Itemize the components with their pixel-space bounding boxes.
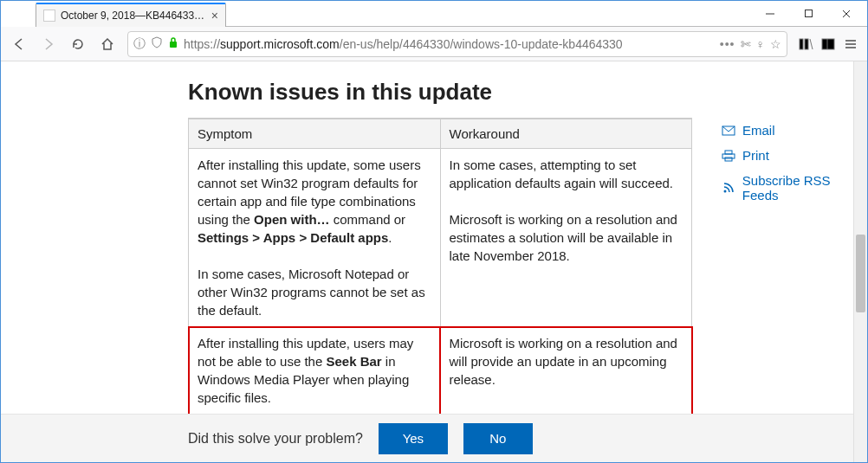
print-icon (722, 150, 735, 162)
svg-rect-1 (805, 10, 812, 17)
feedback-bar: Did this solve your problem? Yes No (1, 414, 867, 462)
page-heading: Known issues in this update (188, 79, 867, 106)
identity-icon[interactable]: ⓘ (133, 36, 146, 52)
tab-title: October 9, 2018—KB4464330 (OS Bu (61, 10, 206, 22)
svg-rect-5 (800, 39, 803, 49)
print-link[interactable]: Print (722, 148, 867, 163)
workaround-cell: In some cases, attempting to set applica… (440, 149, 692, 327)
symptom-cell: After installing this update, users may … (189, 327, 441, 415)
feedback-no-button[interactable]: No (463, 423, 533, 454)
lock-icon[interactable] (168, 36, 178, 51)
url-text: https://support.microsoft.com/en-us/help… (184, 37, 715, 51)
table-row: After installing this update, some users… (189, 149, 692, 327)
forward-button[interactable] (36, 31, 62, 57)
share-sidebar: Email Print Subscribe RSS Feeds (722, 118, 867, 213)
rss-icon (722, 182, 735, 194)
svg-rect-8 (822, 39, 834, 49)
browser-tab[interactable]: October 9, 2018—KB4464330 (OS Bu × (36, 3, 226, 27)
browser-toolbar: ⓘ https://support.microsoft.com/en-us/he… (1, 27, 867, 61)
scroll-thumb[interactable] (856, 235, 865, 312)
close-button[interactable] (827, 2, 865, 26)
titlebar: October 9, 2018—KB4464330 (OS Bu × (1, 1, 867, 27)
page-content: Known issues in this update Symptom Work… (1, 61, 867, 462)
svg-rect-6 (805, 39, 808, 49)
svg-line-7 (810, 39, 813, 49)
window-controls (751, 1, 867, 27)
email-link[interactable]: Email (722, 123, 867, 138)
sidebar-toggle-icon[interactable] (820, 36, 836, 52)
svg-rect-14 (725, 151, 732, 154)
feedback-question: Did this solve your problem? (188, 431, 363, 447)
tab-close-icon[interactable]: × (211, 9, 218, 23)
menu-icon[interactable] (843, 36, 858, 52)
col-workaround: Workaround (440, 119, 692, 149)
rss-link[interactable]: Subscribe RSS Feeds (722, 173, 867, 203)
minimize-button[interactable] (751, 2, 789, 26)
svg-rect-4 (170, 42, 177, 48)
known-issues-table: Symptom Workaround After installing this… (188, 119, 692, 415)
reload-button[interactable] (65, 31, 91, 57)
table-row-highlighted: After installing this update, users may … (189, 327, 692, 415)
address-bar[interactable]: ⓘ https://support.microsoft.com/en-us/he… (127, 31, 787, 57)
library-icon[interactable] (798, 36, 813, 52)
star-icon[interactable]: ☆ (770, 37, 781, 51)
col-symptom: Symptom (189, 119, 441, 149)
workaround-cell: Microsoft is working on a resolution and… (440, 327, 692, 415)
bookmark-dots-icon[interactable]: ••• (720, 37, 735, 51)
symptom-cell: After installing this update, some users… (189, 149, 441, 327)
maximize-button[interactable] (789, 2, 827, 26)
svg-point-17 (723, 190, 726, 193)
email-icon (722, 125, 735, 136)
home-button[interactable] (94, 31, 120, 57)
shield-icon[interactable] (151, 36, 163, 51)
scrollbar[interactable] (853, 61, 867, 462)
scissors-icon[interactable]: ✄ (741, 37, 751, 51)
tab-favicon (43, 10, 55, 22)
lightbulb-icon[interactable]: ♀ (756, 37, 766, 51)
back-button[interactable] (6, 31, 32, 57)
feedback-yes-button[interactable]: Yes (379, 423, 448, 454)
